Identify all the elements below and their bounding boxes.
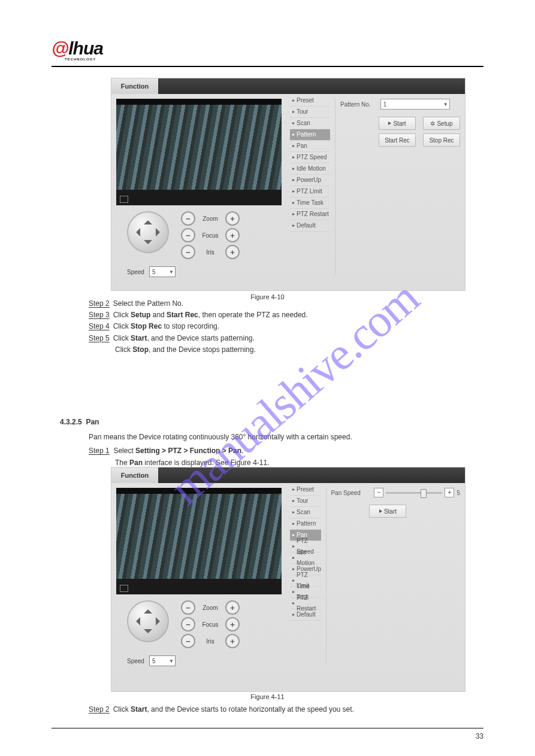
chevron-right-icon: ▸ [292, 496, 295, 506]
fullscreen-icon[interactable] [120, 196, 128, 203]
pad-down-icon[interactable] [144, 240, 152, 248]
menu-item-preset[interactable]: ▸Preset [290, 95, 330, 107]
menu-item-default[interactable]: ▸Default [290, 220, 330, 232]
menu-item-ptz-restart[interactable]: ▸PTZ Restart [290, 598, 321, 609]
menu-item-preset[interactable]: ▸Preset [290, 484, 321, 496]
chevron-down-icon: ▼ [169, 269, 174, 275]
menu-item-pan[interactable]: ▸Pan [290, 141, 330, 152]
t: Start Rec [167, 311, 198, 319]
plus-icon[interactable]: + [445, 488, 454, 497]
chevron-right-icon: ▸ [292, 186, 295, 197]
menu-item-label: Preset [297, 95, 314, 106]
menu-item-scan[interactable]: ▸Scan [290, 118, 330, 129]
iris-out-button[interactable]: − [181, 245, 195, 259]
pad-down-icon[interactable] [144, 629, 152, 637]
pad-left-icon[interactable] [132, 228, 140, 236]
menu-item-powerup[interactable]: ▸PowerUp [290, 175, 330, 186]
focus-out-button[interactable]: − [181, 617, 195, 631]
speed-label: Speed [127, 269, 144, 275]
speed-value: 5 [152, 658, 156, 664]
menu-item-tour[interactable]: ▸Tour [290, 496, 321, 507]
video-area: − Zoom + − Focus + − Iris + [111, 94, 286, 280]
pattern-no-label: Pattern No. [340, 101, 379, 108]
iris-in-button[interactable]: + [225, 634, 240, 648]
menu-item-ptz-restart[interactable]: ▸PTZ Restart [290, 209, 330, 220]
pad-up-icon[interactable] [144, 216, 152, 224]
focus-in-button[interactable]: + [225, 617, 240, 631]
pad-up-icon[interactable] [144, 605, 152, 614]
t: Start [131, 705, 147, 714]
menu-item-label: Default [297, 609, 316, 620]
menu-item-label: Pattern [297, 518, 316, 529]
menu-item-label: Pan [297, 141, 307, 151]
section-title: Pan [86, 418, 99, 426]
menu-item-tour[interactable]: ▸Tour [290, 107, 330, 118]
doc-text-2: Step 2Click Start, and the Device starts… [89, 704, 463, 715]
iris-in-button[interactable]: + [225, 245, 240, 259]
pattern-no-select[interactable]: 1 ▼ [380, 99, 450, 110]
zoom-label: Zoom [200, 215, 220, 222]
chevron-right-icon: ▸ [292, 518, 295, 529]
t: , and the Device starts to rotate horizo… [147, 705, 354, 714]
zoom-out-button[interactable]: − [181, 600, 195, 615]
zoom-in-button[interactable]: + [225, 600, 240, 615]
stop-rec-button[interactable]: Stop Rec [423, 133, 460, 147]
pan-pane: Pan Speed − + 5 Start [331, 483, 465, 669]
speed-select[interactable]: 5 ▼ [149, 266, 176, 277]
iris-out-button[interactable]: − [181, 634, 195, 648]
chevron-right-icon: ▸ [292, 598, 295, 609]
zoom-in-button[interactable]: + [225, 211, 240, 226]
menu-item-label: PTZ Limit [297, 186, 322, 197]
menu-item-label: Preset [297, 484, 314, 495]
start-rec-button[interactable]: Start Rec [379, 133, 416, 147]
figure-pattern: Function − Zoom + [111, 78, 466, 291]
menu-item-idle-motion[interactable]: ▸Idle Motion [290, 552, 321, 564]
ptz-direction-pad[interactable] [127, 211, 169, 253]
t: to stop recording. [162, 322, 219, 330]
speed-select[interactable]: 5 ▼ [149, 655, 176, 666]
minus-icon[interactable]: − [374, 488, 383, 497]
menu-item-ptz-limit[interactable]: ▸PTZ Limit [290, 186, 330, 198]
video-strip [116, 582, 282, 594]
step3-num: Step 3 [89, 311, 110, 319]
figure2-caption: Figure 4-11 [0, 693, 535, 700]
pad-right-icon[interactable] [156, 617, 164, 626]
pan-step1-num: Step 1 [89, 447, 110, 455]
menu-item-pattern[interactable]: ▸Pattern [290, 518, 321, 530]
t: . [241, 447, 243, 455]
pan-start-button[interactable]: Start [369, 505, 406, 518]
chevron-right-icon: ▸ [292, 107, 295, 117]
top-rule [52, 66, 483, 67]
setup-button[interactable]: ✲ Setup [423, 117, 460, 130]
pad-left-icon[interactable] [132, 617, 140, 626]
menu-item-label: Tour [297, 107, 308, 117]
start-button[interactable]: Start [379, 117, 416, 130]
chevron-right-icon: ▸ [292, 587, 295, 597]
focus-out-button[interactable]: − [181, 228, 195, 242]
focus-in-button[interactable]: + [225, 228, 240, 242]
fullscreen-icon[interactable] [120, 585, 128, 592]
section-pan: 4.3.2.5 Pan Pan means the Device rotatin… [60, 417, 463, 469]
slider-thumb[interactable] [421, 489, 427, 498]
t: Pan [129, 459, 143, 467]
menu-item-label: PowerUp [297, 175, 321, 186]
focus-label: Focus [200, 232, 220, 239]
video-preview [116, 488, 282, 594]
menu-item-time-task[interactable]: ▸Time Task [290, 198, 330, 209]
menu-item-ptz-speed[interactable]: ▸PTZ Speed [290, 152, 330, 163]
function-list: ▸Preset▸Tour▸Scan▸Pattern▸Pan▸PTZ Speed▸… [290, 484, 321, 669]
ptz-direction-pad[interactable] [127, 600, 169, 642]
slider-track[interactable] [386, 492, 442, 494]
zoom-out-button[interactable]: − [181, 211, 195, 226]
menu-item-pattern[interactable]: ▸Pattern [290, 129, 330, 141]
menu-item-idle-motion[interactable]: ▸Idle Motion [290, 163, 330, 175]
chevron-right-icon: ▸ [292, 609, 295, 620]
logo-name: lhua [68, 38, 103, 58]
tab-function[interactable]: Function [111, 467, 158, 483]
pattern-pane: Pattern No. 1 ▼ Start ✲ Setup Start Rec … [340, 94, 465, 280]
menu-item-scan[interactable]: ▸Scan [290, 507, 321, 518]
tab-function[interactable]: Function [111, 78, 158, 94]
pad-right-icon[interactable] [156, 228, 164, 236]
pan-speed-slider[interactable]: − + 5 [374, 488, 460, 497]
chevron-right-icon: ▸ [292, 129, 295, 140]
